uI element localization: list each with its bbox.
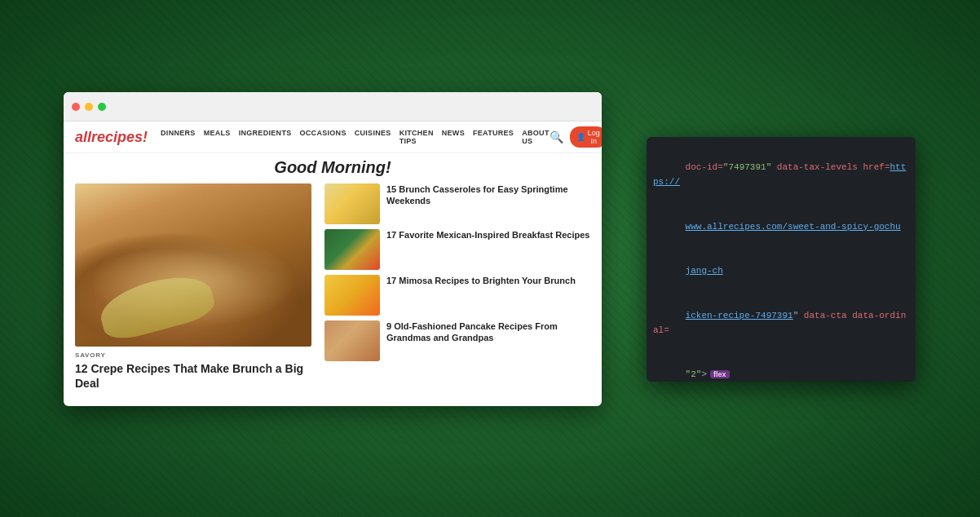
- article-thumbnail: [324, 183, 380, 224]
- list-item[interactable]: 17 Favorite Mexican-Inspired Breakfast R…: [324, 229, 590, 270]
- nav-kitchen-tips[interactable]: KITCHEN TIPS: [400, 129, 434, 145]
- code-line-4: icken-recipe-7497391" data-cta data-ordi…: [653, 293, 909, 352]
- list-item[interactable]: 15 Brunch Casseroles for Easy Springtime…: [324, 183, 590, 224]
- main-card-title: 12 Crepe Recipes That Make Brunch a Big …: [75, 361, 311, 391]
- nav-meals[interactable]: MEALS: [204, 129, 231, 145]
- main-card-image: [75, 183, 311, 347]
- page-title-bar: Good Morning!: [64, 153, 602, 183]
- devtools-content: doc-id="7497391" data-tax-levels href=ht…: [647, 137, 916, 382]
- main-card-tag: SAVORY: [75, 351, 311, 359]
- nav-occasions[interactable]: OCCASIONS: [299, 129, 346, 145]
- article-thumbnail: [324, 320, 380, 361]
- article-title: 17 Favorite Mexican-Inspired Breakfast R…: [386, 229, 589, 241]
- code-line-2: www.allrecipes.com/sweet-and-spicy-gochu: [653, 205, 909, 249]
- maximize-dot[interactable]: [98, 103, 106, 111]
- flex-badge: flex: [710, 370, 730, 378]
- list-item[interactable]: 9 Old-Fashioned Pancake Recipes From Gra…: [324, 320, 590, 361]
- minimize-dot[interactable]: [85, 103, 93, 111]
- code-line-1: doc-id="7497391" data-tax-levels href=ht…: [653, 145, 909, 205]
- list-item[interactable]: 17 Mimosa Recipes to Brighten Your Brunc…: [324, 275, 590, 316]
- nav-ingredients[interactable]: INGREDIENTS: [239, 129, 292, 145]
- site-header: allrecipes! DINNERS MEALS INGREDIENTS OC…: [64, 122, 602, 153]
- side-article-list: 15 Brunch Casseroles for Easy Springtime…: [324, 183, 590, 391]
- site-logo[interactable]: allrecipes!: [75, 129, 148, 146]
- nav-about[interactable]: ABOUT US: [522, 129, 550, 145]
- close-dot[interactable]: [72, 103, 80, 111]
- main-featured-card[interactable]: SAVORY 12 Crepe Recipes That Make Brunch…: [75, 183, 311, 391]
- nav-news[interactable]: NEWS: [442, 129, 465, 145]
- header-actions: 🔍 👤 Log In: [550, 126, 602, 148]
- code-line-5: "2">flex: [653, 352, 909, 382]
- article-thumbnail: [324, 229, 380, 270]
- browser-window: allrecipes! DINNERS MEALS INGREDIENTS OC…: [64, 92, 602, 406]
- nav-features[interactable]: FEATURES: [473, 129, 514, 145]
- login-button[interactable]: 👤 Log In: [570, 126, 602, 148]
- user-icon: 👤: [576, 133, 585, 141]
- nav-cuisines[interactable]: CUISINES: [355, 129, 391, 145]
- page-title: Good Morning!: [64, 158, 602, 177]
- content-area: SAVORY 12 Crepe Recipes That Make Brunch…: [64, 183, 602, 399]
- nav-dinners[interactable]: DINNERS: [161, 129, 196, 145]
- nav-bar: DINNERS MEALS INGREDIENTS OCCASIONS CUIS…: [161, 129, 550, 145]
- code-line-3: jang-ch: [653, 249, 909, 293]
- article-title: 9 Old-Fashioned Pancake Recipes From Gra…: [386, 320, 590, 344]
- article-title: 17 Mimosa Recipes to Brighten Your Brunc…: [386, 275, 576, 286]
- article-title: 15 Brunch Casseroles for Easy Springtime…: [386, 183, 590, 207]
- search-icon[interactable]: 🔍: [550, 130, 563, 144]
- devtools-panel: doc-id="7497391" data-tax-levels href=ht…: [647, 137, 916, 382]
- browser-toolbar: [64, 92, 602, 122]
- article-thumbnail: [324, 275, 380, 316]
